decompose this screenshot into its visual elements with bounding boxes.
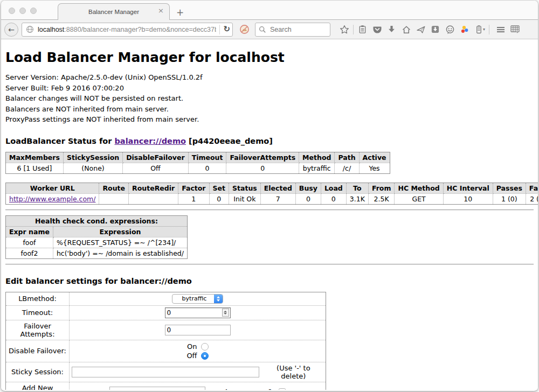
table-cell: 10 (443, 193, 493, 204)
balancer-demo-link[interactable]: balancer://demo (114, 137, 186, 145)
navigation-toolbar: ← localhost:8880/balancer-manager?b=demo… (1, 20, 538, 39)
table-cell: 6 [1 Used] (6, 163, 64, 173)
downloads-button[interactable] (384, 23, 399, 37)
battery-icon (474, 25, 483, 34)
column-header: Active (359, 152, 390, 163)
toolbar-buttons: ▾ (337, 23, 522, 37)
disable-failover-row: Disable Failover: On Off (6, 340, 326, 362)
column-header: Expr name (6, 226, 53, 237)
add-worker-input[interactable] (109, 387, 205, 390)
column-header: StickySession (63, 152, 122, 163)
bookmark-star-icon (340, 25, 349, 34)
feedback-button[interactable] (443, 23, 457, 37)
health-check-table: Health check cond. expressions:Expr name… (5, 215, 188, 259)
divider (5, 209, 534, 211)
bookmark-star-button[interactable] (337, 23, 351, 37)
browser-tab[interactable]: Balancer Manager × (58, 3, 170, 20)
content-blocked-icon[interactable] (239, 24, 250, 34)
reading-list-button[interactable] (355, 23, 370, 37)
number-spinner-icon[interactable] (222, 309, 229, 317)
radio-off-label: Off (186, 352, 197, 360)
failover-attempts-row: Failover Attempts: (6, 320, 326, 340)
paper-plane-icon (416, 25, 426, 34)
balancer-status-table: MaxMembersStickySessionDisableFailoverTi… (5, 152, 390, 174)
column-header: Factor (178, 183, 209, 193)
battery-dropdown-caret-icon[interactable]: ▾ (483, 27, 485, 32)
close-tab-icon[interactable]: × (158, 7, 164, 14)
reload-icon[interactable]: ↻ (223, 25, 230, 33)
colored-dots-icon (460, 25, 469, 34)
column-header: Route (99, 183, 129, 193)
table-cell (99, 193, 129, 204)
table-row: foof2hc('body') =~ /domain is establishe… (6, 248, 188, 258)
smiley-icon (445, 25, 455, 34)
close-window-button[interactable] (9, 8, 15, 14)
sticky-session-hint: (Use '-' to delete) (264, 364, 323, 380)
lbmethod-select[interactable]: bytraffic (172, 294, 224, 304)
home-button[interactable] (399, 23, 413, 37)
timeout-input[interactable]: 0 (165, 307, 231, 318)
menu-button[interactable] (493, 23, 508, 37)
table-cell: %{REQUEST_STATUS} =~ /^[234]/ (53, 237, 187, 248)
pocket-button[interactable] (370, 23, 384, 37)
zoom-window-button[interactable] (30, 8, 37, 14)
save-to-device-button[interactable] (428, 23, 443, 37)
worker-url-link[interactable]: http://www.example.com/ (9, 195, 95, 203)
apps-grid-button[interactable] (508, 23, 522, 37)
page-title: Load Balancer Manager for localhost (5, 50, 534, 65)
column-header: Path (335, 152, 359, 163)
minimize-window-button[interactable] (19, 8, 26, 14)
tab-bar: Balancer Manager × + (1, 1, 538, 20)
back-button[interactable]: ← (4, 23, 18, 37)
table-cell: 7 (260, 193, 295, 204)
failover-attempts-input[interactable] (165, 325, 231, 335)
url-bar[interactable]: localhost:8880/balancer-manager?b=demo&n… (22, 23, 233, 37)
column-header: From (368, 183, 395, 193)
table-cell: 2 (0) (526, 193, 538, 204)
sticky-session-label: Sticky Session: (6, 362, 70, 382)
column-header: Busy (295, 183, 321, 193)
pocket-icon (372, 25, 382, 34)
table-cell: 0 (295, 193, 321, 204)
sticky-session-input[interactable] (72, 367, 259, 377)
table-cell: 1 (178, 193, 209, 204)
table-cell: 0 (226, 163, 299, 173)
search-bar[interactable] (255, 23, 330, 37)
server-built: Server Built: Feb 9 2016 07:00:20 (5, 83, 534, 94)
column-header: RouteRedir (129, 183, 178, 193)
new-tab-button[interactable]: + (176, 8, 184, 17)
hamburger-menu-icon (496, 25, 506, 34)
search-input[interactable] (269, 25, 323, 34)
table-cell: hc('body') =~ /domain is established/ (53, 248, 187, 258)
are-you-sure-checkbox[interactable] (279, 388, 286, 390)
apps-grid-icon (510, 24, 520, 34)
notice-inherit: Balancers are NOT inherited from main se… (5, 104, 534, 115)
multi-color-dots-button[interactable] (457, 23, 472, 37)
radio-on[interactable] (201, 343, 209, 351)
timeout-label: Timeout: (6, 305, 70, 320)
edit-settings-heading: Edit balancer settings for balancer://de… (5, 277, 534, 285)
download-arrow-icon (387, 25, 396, 34)
column-header: Fails (526, 183, 538, 193)
home-icon (402, 25, 411, 34)
lbmethod-label: LBmethod: (6, 292, 70, 305)
table-cell: /c/ (335, 163, 359, 173)
table-title: Health check cond. expressions: (6, 215, 188, 226)
column-header: Load (321, 183, 346, 193)
radio-on-label: On (187, 342, 197, 351)
save-square-icon (431, 25, 440, 34)
server-version: Server Version: Apache/2.5.0-dev (Unix) … (5, 72, 534, 83)
table-cell: Yes (359, 163, 390, 173)
column-header: FailoverAttempts (226, 152, 299, 163)
table-cell: foof2 (6, 248, 53, 258)
radio-off[interactable] (201, 352, 209, 360)
are-you-sure-label: Are you sure? (224, 388, 272, 390)
table-cell: GET (395, 193, 443, 204)
column-header: Worker URL (6, 183, 99, 193)
column-header: Expression (53, 226, 187, 237)
column-header: MaxMembers (6, 152, 64, 163)
window-controls (9, 8, 37, 14)
notice-persist: Balancer changes will NOT be persisted o… (5, 93, 534, 104)
send-button[interactable] (413, 23, 428, 37)
table-cell: http://www.example.com/ (6, 193, 99, 204)
